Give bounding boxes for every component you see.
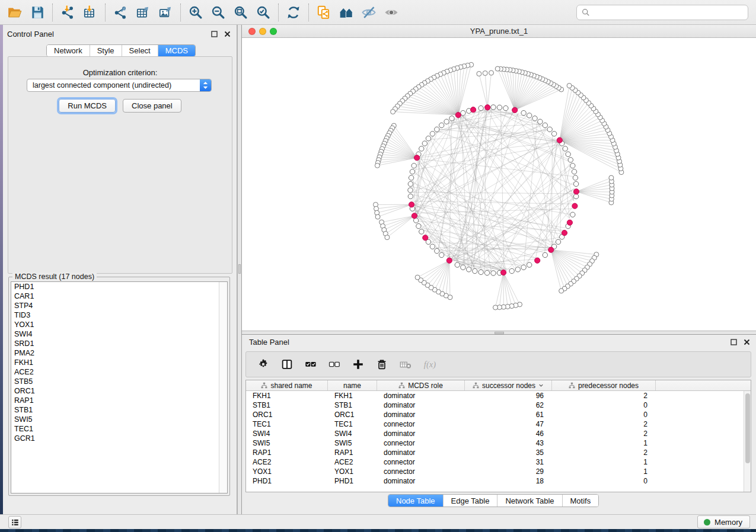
save-button[interactable] <box>26 2 49 23</box>
network-node[interactable] <box>385 235 390 240</box>
mcds-result-item[interactable]: TID3 <box>11 310 227 320</box>
network-node[interactable] <box>495 66 500 71</box>
vertical-splitter[interactable] <box>237 25 242 514</box>
delete-column-button[interactable] <box>372 354 392 374</box>
mcds-dominator-node[interactable] <box>471 107 476 113</box>
network-node[interactable] <box>493 305 498 310</box>
table-scrollbar-thumb[interactable] <box>745 393 750 463</box>
open-button[interactable] <box>4 2 26 23</box>
show-all-button[interactable] <box>380 2 403 23</box>
mcds-result-item[interactable]: SRD1 <box>11 339 227 348</box>
mcds-result-item[interactable]: YOX1 <box>11 320 227 329</box>
mcds-dominator-node[interactable] <box>446 258 452 263</box>
network-node[interactable] <box>419 229 424 234</box>
gear-button[interactable] <box>253 354 273 374</box>
table-row[interactable]: ORC1ORC1dominator610 <box>246 410 751 419</box>
network-node[interactable] <box>573 194 578 198</box>
network-node[interactable] <box>609 175 614 180</box>
network-node[interactable] <box>509 268 514 273</box>
mcds-dominator-node[interactable] <box>535 258 540 263</box>
network-node[interactable] <box>503 105 508 110</box>
mcds-dominator-node[interactable] <box>501 270 506 275</box>
network-node[interactable] <box>461 111 465 116</box>
search-input[interactable] <box>594 8 743 17</box>
close-panel-button[interactable]: Close panel <box>123 99 181 113</box>
mcds-list-scrollbar[interactable] <box>219 282 227 493</box>
network-node[interactable] <box>415 275 420 280</box>
network-node[interactable] <box>430 132 435 136</box>
tab-network[interactable]: Network <box>47 45 90 56</box>
network-node[interactable] <box>439 123 444 127</box>
network-node[interactable] <box>572 169 576 174</box>
float-table-panel-icon[interactable] <box>730 338 737 345</box>
tab-motifs[interactable]: Motifs <box>562 495 599 507</box>
mcds-result-item[interactable]: TEC1 <box>11 424 227 434</box>
network-node[interactable] <box>551 132 556 136</box>
network-node[interactable] <box>422 141 427 146</box>
network-node[interactable] <box>419 146 424 151</box>
network-window-titlebar[interactable]: YPA_prune.txt_1 <box>242 25 756 38</box>
network-node[interactable] <box>543 252 547 257</box>
network-node[interactable] <box>570 212 575 217</box>
network-node[interactable] <box>491 271 496 275</box>
mcds-dominator-node[interactable] <box>414 155 420 161</box>
mcds-dominator-node[interactable] <box>485 105 490 110</box>
table-row[interactable]: SWI5SWI5connector431 <box>246 438 751 448</box>
mcds-dominator-node[interactable] <box>573 189 579 194</box>
mcds-result-item[interactable]: PMA2 <box>11 348 227 358</box>
network-node[interactable] <box>416 224 421 229</box>
mcds-result-item[interactable]: STP4 <box>11 301 227 310</box>
zoom-selected-button[interactable] <box>252 2 275 23</box>
network-node[interactable] <box>570 164 575 168</box>
import-network-button[interactable] <box>56 2 79 23</box>
column-header-name[interactable]: name <box>328 380 377 390</box>
apply-layout-button[interactable] <box>282 2 305 23</box>
import-table-button[interactable] <box>79 2 101 23</box>
mcds-result-item[interactable]: GCR1 <box>11 434 227 443</box>
column-header-MCDS-role[interactable]: MCDS role <box>377 380 465 390</box>
column-header-shared-name[interactable]: shared name <box>246 380 328 390</box>
zoom-out-button[interactable] <box>207 2 229 23</box>
network-node[interactable] <box>408 188 413 193</box>
network-node[interactable] <box>573 175 578 180</box>
network-node[interactable] <box>489 70 494 75</box>
table-scrollbar[interactable] <box>744 391 751 492</box>
network-node[interactable] <box>538 119 543 124</box>
export-image-button[interactable] <box>154 2 177 23</box>
network-node[interactable] <box>521 111 526 116</box>
table-row[interactable]: ACE2ACE2connector311 <box>246 457 751 467</box>
network-node[interactable] <box>461 265 465 270</box>
export-network-button[interactable] <box>109 2 132 23</box>
mcds-result-item[interactable]: STB5 <box>11 377 227 386</box>
first-neighbors-button[interactable] <box>335 2 358 23</box>
mcds-result-item[interactable]: SWI4 <box>11 329 227 339</box>
zoom-fit-button[interactable] <box>229 2 252 23</box>
network-node[interactable] <box>409 175 413 180</box>
mcds-dominator-node[interactable] <box>567 220 572 225</box>
add-column-button[interactable] <box>348 354 368 374</box>
network-node[interactable] <box>568 158 573 162</box>
mcds-dominator-node[interactable] <box>455 113 461 118</box>
table-row[interactable]: SWI4SWI4dominator462 <box>246 429 751 438</box>
close-panel-icon[interactable] <box>224 30 231 37</box>
search-field[interactable] <box>576 5 748 20</box>
network-node[interactable] <box>375 163 379 168</box>
network-node[interactable] <box>479 105 483 110</box>
mcds-dominator-node[interactable] <box>412 213 417 219</box>
table-row[interactable]: TEC1TEC1connector472 <box>246 419 751 429</box>
close-table-panel-icon[interactable] <box>743 338 750 345</box>
mcds-result-item[interactable]: PHD1 <box>11 282 227 291</box>
network-node[interactable] <box>467 267 471 272</box>
network-node[interactable] <box>375 214 380 219</box>
network-node[interactable] <box>527 113 532 118</box>
mcds-result-list[interactable]: PHD1CAR1STP4TID3YOX1SWI4SRD1PMA2FKH1ACE2… <box>11 281 228 493</box>
network-node[interactable] <box>543 123 547 127</box>
network-node[interactable] <box>426 136 430 141</box>
network-node[interactable] <box>412 164 416 168</box>
run-mcds-button[interactable]: Run MCDS <box>59 99 116 113</box>
network-node[interactable] <box>483 71 487 76</box>
task-history-button[interactable] <box>8 516 21 528</box>
zoom-in-button[interactable] <box>184 2 207 23</box>
mcds-result-item[interactable]: STB1 <box>11 405 227 415</box>
column-header-successor-nodes[interactable]: successor nodes <box>465 380 552 390</box>
